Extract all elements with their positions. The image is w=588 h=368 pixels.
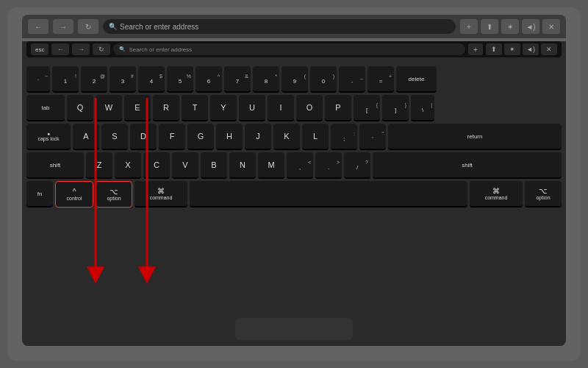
key-space[interactable] <box>190 181 467 208</box>
new-tab-button[interactable]: + <box>460 19 478 34</box>
caps-row: ● caps lock A S D F G H J K L : ; " ' <box>26 124 562 150</box>
key-fn[interactable]: fn <box>26 181 53 208</box>
tab-row: tab Q W E R T Y U I O P { [ } ] <box>26 95 562 121</box>
key-d[interactable]: D <box>130 124 157 150</box>
key-command-left[interactable]: ⌘ command <box>135 181 187 208</box>
key-k[interactable]: K <box>273 124 300 150</box>
key-return[interactable]: return <box>388 124 562 150</box>
number-row: ~ ` ! 1 @ 2 # 3 $ 4 <box>26 66 562 93</box>
key-delete[interactable]: delete <box>396 66 437 93</box>
key-h[interactable]: H <box>216 124 243 150</box>
key-capslock[interactable]: ● caps lock <box>26 124 71 150</box>
tb-forward[interactable]: → <box>72 43 90 55</box>
key-f[interactable]: F <box>159 124 185 150</box>
key-6[interactable]: ^ 6 <box>196 66 222 93</box>
bottom-row: fn ^ control ⌥ option ⌘ command ⌘ comman… <box>26 181 562 208</box>
key-v[interactable]: V <box>172 152 198 179</box>
key-semicolon[interactable]: : ; <box>331 124 357 150</box>
key-1[interactable]: ! 1 <box>52 66 79 93</box>
key-lbracket[interactable]: { [ <box>354 95 380 121</box>
key-period[interactable]: > . <box>315 152 342 179</box>
esc-key[interactable]: esc <box>31 43 49 55</box>
key-backslash[interactable]: | \ <box>411 95 434 121</box>
key-o[interactable]: O <box>296 95 323 121</box>
shift-row: shift Z X C V B N M < , > . ? / <box>26 152 562 179</box>
key-w[interactable]: W <box>96 95 122 121</box>
key-t[interactable]: T <box>182 95 208 121</box>
tb-search[interactable]: 🔍 Search or enter address <box>113 43 465 55</box>
key-0[interactable]: ) 0 <box>310 66 337 93</box>
key-a[interactable]: A <box>73 124 99 150</box>
volume-icon: ◄) <box>522 19 539 34</box>
key-7[interactable]: & 7 <box>224 66 251 93</box>
search-placeholder: Search or enter address <box>120 23 198 31</box>
key-r[interactable]: R <box>153 95 179 121</box>
key-q[interactable]: Q <box>67 95 93 121</box>
key-j[interactable]: J <box>245 124 271 150</box>
keyboard-area: esc ← → ↻ 🔍 Search or enter address + ⬆ … <box>22 41 566 346</box>
key-x[interactable]: X <box>115 152 141 179</box>
brightness-icon: ✶ <box>501 19 519 34</box>
key-y[interactable]: Y <box>210 95 237 121</box>
key-m[interactable]: M <box>258 152 284 179</box>
trackpad[interactable] <box>235 318 353 340</box>
tb-search-text: Search or enter address <box>129 46 192 53</box>
share-button[interactable]: ⬆ <box>481 19 498 34</box>
mute-icon: ✕ <box>542 19 560 34</box>
key-4[interactable]: $ 4 <box>138 66 165 93</box>
key-n[interactable]: N <box>229 152 256 179</box>
laptop-body: ← → ↻ 🔍 Search or enter address + ⬆ ✶ ◄)… <box>7 7 581 361</box>
address-bar[interactable]: 🔍 Search or enter address <box>103 19 456 34</box>
key-2[interactable]: @ 2 <box>81 66 107 93</box>
key-shift-right[interactable]: shift <box>373 152 562 179</box>
tb-back[interactable]: ← <box>51 43 69 55</box>
key-3[interactable]: # 3 <box>110 66 136 93</box>
tb-plus[interactable]: + <box>468 43 483 55</box>
key-backtick[interactable]: ~ ` <box>26 66 50 93</box>
touch-bar: esc ← → ↻ 🔍 Search or enter address + ⬆ … <box>26 41 562 57</box>
key-command-right[interactable]: ⌘ command <box>470 181 523 208</box>
key-z[interactable]: Z <box>86 152 112 179</box>
tb-refresh[interactable]: ↻ <box>93 43 110 55</box>
key-g[interactable]: G <box>187 124 214 150</box>
key-9[interactable]: ( 9 <box>282 66 308 93</box>
key-p[interactable]: P <box>325 95 351 121</box>
key-b[interactable]: B <box>201 152 227 179</box>
keyboard-rows: ~ ` ! 1 @ 2 # 3 $ 4 <box>26 66 562 208</box>
key-equals[interactable]: + = <box>368 66 394 93</box>
browser-bar: ← → ↻ 🔍 Search or enter address + ⬆ ✶ ◄)… <box>22 15 566 38</box>
tb-right-icons: ⬆ ✶ ◄) ✕ <box>486 43 557 55</box>
key-shift-left[interactable]: shift <box>26 152 84 179</box>
tb-mute-icon: ✕ <box>541 43 557 55</box>
key-rbracket[interactable]: } ] <box>382 95 409 121</box>
browser-actions: + ⬆ ✶ ◄) ✕ <box>460 19 560 34</box>
forward-button[interactable]: → <box>53 19 74 34</box>
key-minus[interactable]: _ - <box>339 66 365 93</box>
key-slash[interactable]: ? / <box>344 152 370 179</box>
tb-upload-icon[interactable]: ⬆ <box>486 43 502 55</box>
key-comma[interactable]: < , <box>287 152 313 179</box>
key-u[interactable]: U <box>239 95 265 121</box>
key-l[interactable]: L <box>302 124 329 150</box>
back-button[interactable]: ← <box>28 19 49 34</box>
key-i[interactable]: I <box>268 95 294 121</box>
key-e[interactable]: E <box>124 95 151 121</box>
refresh-button[interactable]: ↻ <box>78 19 98 34</box>
key-8[interactable]: * 8 <box>253 66 279 93</box>
key-s[interactable]: S <box>101 124 128 150</box>
key-quote[interactable]: " ' <box>359 124 386 150</box>
key-c[interactable]: C <box>143 152 170 179</box>
tb-volume-icon: ◄) <box>523 43 539 55</box>
key-option-right[interactable]: ⌥ option <box>525 181 562 208</box>
key-tab[interactable]: tab <box>26 95 65 121</box>
tb-brightness-icon: ✶ <box>504 43 520 55</box>
key-option-left[interactable]: ⌥ option <box>96 181 132 208</box>
key-control[interactable]: ^ control <box>55 181 93 208</box>
key-5[interactable]: % 5 <box>167 66 193 93</box>
